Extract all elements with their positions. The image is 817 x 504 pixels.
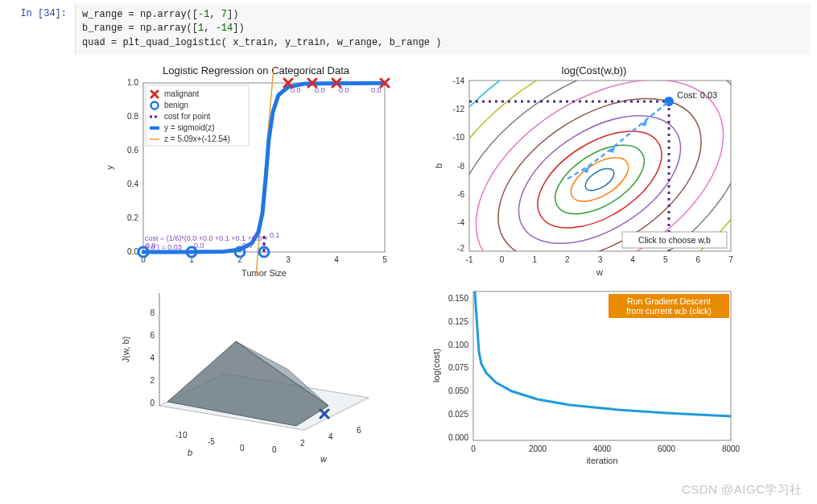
svg-text:0.6: 0.6 <box>127 146 138 155</box>
svg-text:-10: -10 <box>175 431 188 440</box>
svg-text:0.0: 0.0 <box>291 86 301 94</box>
svg-text:-2: -2 <box>457 244 464 253</box>
plot3-wlabel: w <box>320 454 328 464</box>
svg-text:0.000: 0.000 <box>448 433 468 442</box>
plot1-annot-01: 0.1 <box>270 231 280 239</box>
svg-text:-12: -12 <box>453 105 465 114</box>
svg-text:cost for point: cost for point <box>164 112 210 121</box>
svg-text:Run Gradient Descent: Run Gradient Descent <box>627 296 711 306</box>
plot2-ylabel: b <box>434 163 444 168</box>
svg-text:0: 0 <box>471 444 476 453</box>
plot-contour[interactable]: log(Cost(w,b)) -101 234 567 -14-12-10 -8… <box>425 63 743 280</box>
plot4-run-button[interactable]: Run Gradient Descent from current w,b (c… <box>609 294 729 318</box>
svg-text:-10: -10 <box>453 133 465 142</box>
svg-text:6: 6 <box>696 255 701 264</box>
plot1-legend: malignant benign cost for point y = sigm… <box>146 85 249 146</box>
plot1-xlabel: Tumor Size <box>241 268 287 278</box>
svg-text:0.0: 0.0 <box>127 247 138 256</box>
plot2-xticks: -101 234 567 <box>466 255 734 264</box>
svg-text:0.150: 0.150 <box>448 294 468 303</box>
svg-text:0.100: 0.100 <box>448 341 468 349</box>
code-l3: quad = plt_quad_logistic( x_train, y_tra… <box>82 37 441 48</box>
svg-text:0: 0 <box>500 255 505 264</box>
svg-text:8000: 8000 <box>722 444 741 453</box>
code-l1b: ]) <box>227 9 238 20</box>
svg-text:6000: 6000 <box>658 444 676 453</box>
svg-text:-14: -14 <box>453 76 465 85</box>
plot3-zlabel: J(w, b) <box>121 337 130 362</box>
svg-text:0.0: 0.0 <box>371 86 382 94</box>
svg-text:0.0: 0.0 <box>339 86 349 94</box>
svg-text:4: 4 <box>630 255 635 264</box>
plot-surface3d[interactable]: 024 68 J(w, b) <box>95 285 401 466</box>
plot2-costlabel: Cost: 0.03 <box>677 90 717 100</box>
plot3-wticks: 0 2 4 6 <box>272 426 361 454</box>
code-l2a: b_range = np.array([ <box>82 23 198 34</box>
svg-text:7: 7 <box>728 255 733 264</box>
plot1-costline1: cost = (1/6)*(0.0 +0.0 +0.1 +0.1 +0.0 + <box>145 234 268 242</box>
svg-text:3: 3 <box>286 255 291 264</box>
svg-text:0.075: 0.075 <box>448 363 468 372</box>
plot2-frame <box>469 81 731 251</box>
svg-text:3: 3 <box>598 255 603 264</box>
svg-text:2: 2 <box>300 439 305 448</box>
svg-text:5: 5 <box>663 255 668 264</box>
svg-text:-5: -5 <box>208 437 215 446</box>
svg-text:4000: 4000 <box>593 444 612 453</box>
svg-text:0.025: 0.025 <box>448 410 468 419</box>
code-cell[interactable]: w_range = np.array([-1, 7]) b_range = np… <box>75 3 811 55</box>
plot-convergence[interactable]: 0.000 0.025 0.050 0.075 0.100 0.125 0.15… <box>425 285 743 466</box>
svg-text:1: 1 <box>532 255 537 264</box>
code-l1c: , <box>209 9 221 20</box>
svg-text:4: 4 <box>334 255 339 264</box>
svg-text:4: 4 <box>328 432 333 441</box>
svg-text:from current w,b (click): from current w,b (click) <box>626 306 712 316</box>
plot2-xlabel: w <box>596 267 603 277</box>
plot4-xlabel: iteration <box>586 456 617 465</box>
plot3-surface <box>167 341 328 426</box>
svg-text:5: 5 <box>382 255 387 264</box>
plot3-blabel: b <box>188 448 192 457</box>
plot2-click-button[interactable]: Click to choose w,b <box>622 232 727 248</box>
plot1-costline2: 0.0 ) = 0.03 <box>145 243 182 251</box>
svg-text:-6: -6 <box>457 190 464 199</box>
svg-text:benign: benign <box>164 101 188 109</box>
code-l2n2: -14 <box>216 23 233 34</box>
code-l1a: w_range = np.array([ <box>82 9 198 20</box>
svg-text:2000: 2000 <box>529 444 547 453</box>
cell-output: Logistic Regression on Categorical Data … <box>6 55 811 474</box>
plot4-ylabel: log(cost) <box>431 349 441 382</box>
svg-text:0.0: 0.0 <box>194 242 204 250</box>
plot3-zticks: 024 68 <box>150 308 155 407</box>
svg-text:Click to choose w,b: Click to choose w,b <box>638 235 711 245</box>
plot2-yticks: -14-12-10 -8-6-4 -2 <box>453 76 465 253</box>
svg-text:-8: -8 <box>457 162 464 171</box>
svg-text:1.0: 1.0 <box>127 78 138 87</box>
code-l1n2: 7 <box>221 9 227 20</box>
plot1-yticks: 0.0 0.2 0.4 0.6 0.8 1.0 <box>127 78 138 256</box>
watermark: CSDN @AIGC学习社 <box>682 482 803 498</box>
svg-text:0.050: 0.050 <box>448 386 468 395</box>
svg-text:0: 0 <box>240 444 245 452</box>
plot-logistic[interactable]: Logistic Regression on Categorical Data … <box>95 63 401 280</box>
svg-text:0.4: 0.4 <box>127 180 138 188</box>
code-l2c: , <box>204 23 215 34</box>
plot4-xticks: 0 2000 4000 6000 8000 <box>471 444 740 453</box>
code-l2b: ]) <box>233 23 244 34</box>
plot1-ylabel: y <box>105 165 114 170</box>
plot4-yticks: 0.000 0.025 0.050 0.075 0.100 0.125 0.15… <box>448 294 468 442</box>
svg-text:0.2: 0.2 <box>127 213 138 222</box>
svg-text:0.125: 0.125 <box>448 317 468 326</box>
svg-text:2: 2 <box>565 255 570 264</box>
svg-text:8: 8 <box>150 308 155 317</box>
svg-text:6: 6 <box>150 331 155 340</box>
svg-text:z = 5.09x+(-12.54): z = 5.09x+(-12.54) <box>164 134 230 143</box>
svg-text:0.8: 0.8 <box>127 112 138 121</box>
svg-text:y = sigmoid(z): y = sigmoid(z) <box>164 123 215 132</box>
svg-text:4: 4 <box>150 353 155 362</box>
svg-text:malignant: malignant <box>164 89 200 98</box>
svg-text:0.0: 0.0 <box>242 242 253 250</box>
svg-text:0: 0 <box>272 445 277 454</box>
svg-text:-1: -1 <box>466 255 473 264</box>
svg-text:-4: -4 <box>457 218 464 227</box>
